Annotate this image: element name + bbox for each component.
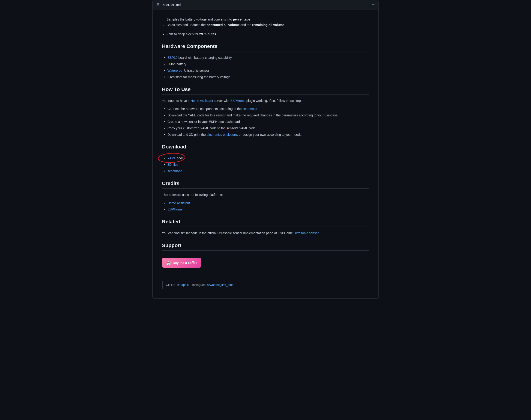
list-item: Calculates and updates the consumed oil … [162,22,369,28]
instagram-label: Instagram [192,283,205,286]
list-item: Download and 3D print the electronics en… [162,132,369,138]
list-item: schematic [162,168,369,174]
list-item: Connect the hardware components accordin… [162,106,369,112]
bold-remaining: remaining oil volume [252,23,284,27]
how-to-use-steps: Connect the hardware components accordin… [162,106,369,137]
credits-list: Home Assistant ESPHome [162,201,369,212]
list-item: 2 resistors for measuring the battery vo… [162,75,369,80]
related-heading: Related [162,219,369,227]
list-item: Waterproof Ultrasonic sensor [162,68,369,74]
home-assistant-link-credits[interactable]: Home Assistant [168,201,190,205]
credits-heading: Credits [162,180,369,189]
list-item: 3D files [162,162,369,168]
related-text: You can find similar code in the officia… [162,230,369,236]
bold-minutes: 29 minutes [199,32,216,36]
top-main-bullet: Falls to deep sleep for 29 minutes [167,31,369,37]
hardware-list: ESP32 board with battery charging capabi… [162,55,369,80]
hamburger-icon[interactable]: ☰ [156,2,160,7]
list-item: ESPHome [162,207,369,212]
list-item: Falls to deep sleep for 29 minutes [167,31,369,37]
footer-divider [162,281,163,289]
download-heading: Download [162,144,369,152]
bold-consumed: consumed oil volume [207,23,240,27]
github-user-link[interactable]: @frapais [176,283,188,286]
readme-container: ☰ README.md ✏ Samples the battery voltag… [153,0,378,299]
list-item: Li-Ion battery [162,61,369,67]
partial-sub-list: Samples the battery voltage and converts… [162,17,369,28]
yaml-link[interactable]: YAML [168,156,176,160]
footer-separator: · [190,283,191,286]
waterproof-link[interactable]: Waterproof [168,69,183,72]
hardware-heading: Hardware Components [162,43,369,51]
top-bar-left: ☰ README.md [156,2,181,7]
github-label: GitHub [166,283,175,286]
bold-percentage: percentage [233,17,250,21]
buy-coffee-label: Buy me a coffee [172,261,197,265]
download-list: YAML code 3D files schematic [162,156,369,174]
schematic-link-download[interactable]: schematic [168,169,182,173]
ultrasonic-sensor-link[interactable]: Ultrasonic sensor [294,231,319,235]
list-item: Download the YAML code for this sensor a… [162,113,369,118]
esp32-link[interactable]: ESP32 [168,56,178,60]
how-to-use-intro: You need to have a Home Assistant server… [162,98,369,104]
edit-icon[interactable]: ✏ [372,2,375,7]
how-to-use-heading: How To Use [162,87,369,94]
buy-coffee-button[interactable]: ☕ Buy me a coffee [162,258,201,268]
list-item: Home Assistant [162,201,369,206]
instagram-user-link[interactable]: @worked_first_time [207,283,234,286]
credits-intro: This software uses the following platfor… [162,192,369,198]
coffee-emoji: ☕ [166,260,171,265]
top-bar: ☰ README.md ✏ [153,0,378,9]
home-assistant-link-intro[interactable]: Home Assistant [190,99,213,103]
content-area: Samples the battery voltage and converts… [153,9,378,298]
list-item: ESP32 board with battery charging capabi… [162,55,369,61]
3d-files-link[interactable]: 3D files [168,163,178,166]
list-item: Create a new sensor in your ESPHome dash… [162,119,369,125]
esphome-link-credits[interactable]: ESPHome [168,208,183,211]
yaml-list-item: YAML code [162,156,369,161]
list-item: Samples the battery voltage and converts… [162,17,369,22]
support-heading: Support [162,242,369,251]
esphome-link-intro[interactable]: ESPHome [231,99,245,103]
list-item: Copy your customized YAML code to the se… [162,126,369,131]
electronics-enclosure-link[interactable]: electronics enclosure [207,133,237,136]
file-name: README.md [161,3,181,7]
schematic-link-step1[interactable]: schematic [242,107,257,111]
footer: GitHub @frapais · Instagram @worked_firs… [162,277,369,289]
